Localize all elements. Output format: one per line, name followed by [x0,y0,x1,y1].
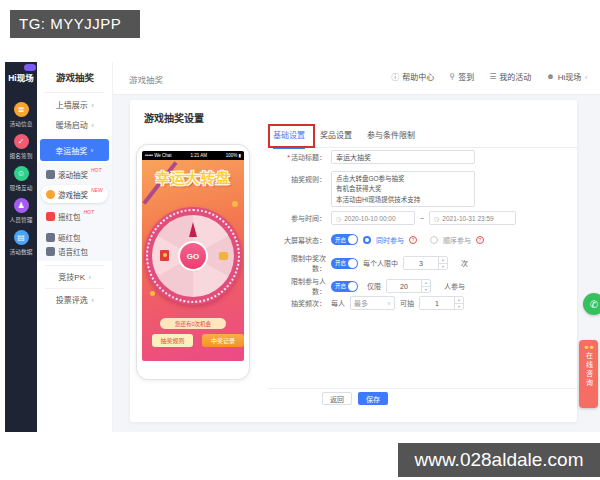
time-separator: ~ [420,215,424,222]
location-pin-icon: ⚲ [449,72,455,81]
draw-rules-textarea[interactable]: 点击大转盘GO参与抽奖 有机会获得大奖 本活动由Hi现场提供技术支持 [331,171,475,207]
stepper-arrows: ▴ ▾ [421,280,430,292]
radio-sequential[interactable] [430,236,438,244]
sidebar-item-voice-redpacket[interactable]: 语音红包 [41,242,108,260]
wheel-pointer [189,222,197,237]
stepper-arrows: ▴ ▾ [454,297,463,309]
phone-preview: ••••• We Chat 1:21 AM 100% ▮ 幸运大转盘 [136,144,250,380]
go-button-ring: GO [178,241,208,271]
help-center-link[interactable]: ⓘ 帮助中心 [391,71,434,82]
people-limit-toggle[interactable]: 开启 [331,281,358,292]
rail-item-activity-info[interactable]: ≣ 活动信息 [5,102,37,128]
sidebar-sublist: 滚动抽奖 HOT 游戏抽奖 NEW 摇红包 HOT 砸红包 [37,163,112,261]
stepper-up-icon[interactable]: ▴ [439,257,447,264]
stepper-up-icon[interactable]: ▴ [422,280,430,287]
phone-screen: ••••• We Chat 1:21 AM 100% ▮ 幸运大转盘 [142,151,244,361]
clock-icon: ◷ [336,215,341,222]
people-limit-prefix: 仅限 [367,281,381,291]
breadcrumb: 游戏抽奖 [129,73,163,85]
app-window: Hi现场 ≣ 活动信息 ✓ 报名签到 ☺ 现场互动 ♟ 人员管理 ▤ 活动数据 [5,62,600,432]
people-management-icon: ♟ [14,198,29,213]
win-limit-prefix: 每个人限中 [363,258,398,268]
sidebar-item-label: 砸红包 [58,232,81,243]
win-limit-stepper: ▴ ▾ [403,256,448,270]
rail-item-label: 人员管理 [6,215,36,224]
sidebar-group-warmup[interactable]: 暖场启动 ∧ [37,119,113,130]
form-row-title: *活动标题： [280,150,475,164]
start-datetime-input[interactable]: ◷ 2020-10-10 00:00 [331,211,415,225]
sidebar-group-wall-display[interactable]: 上墙展示 ∧ [37,99,113,110]
sidebar-item-label: 滚动抽奖 [58,169,88,180]
frequency-input[interactable] [420,297,454,309]
group-label: 上墙展示 [56,99,88,110]
form-row-time: 参与时间： ◷ 2020-10-10 00:00 ~ ◷ 2021-10-31 … [280,211,516,225]
win-records-button[interactable]: 中奖记录 [202,334,244,347]
sidebar-group-lucky-draw-active[interactable]: 幸运抽奖 ∨ [40,139,109,161]
help-question-icon[interactable]: ? [409,236,417,244]
stepper-up-icon[interactable]: ▴ [455,297,463,304]
watermark-bottom: www.028aldale.com [398,443,600,477]
field-label: *活动标题： [280,152,326,162]
sidebar-item-label: 游戏抽奖 [58,189,88,200]
chevron-up-icon: ∧ [88,274,92,280]
stepper-down-icon[interactable]: ▾ [439,264,447,270]
chevron-up-icon: ∧ [91,297,95,303]
chevron-up-icon: ∧ [91,102,95,108]
stepper-down-icon[interactable]: ▾ [455,304,463,310]
frequency-label: 抽奖频次： [280,298,326,308]
account-menu[interactable]: ☻ Hi现场 ∨ [546,71,588,82]
rail-item-signup-checkin[interactable]: ✓ 报名签到 [5,134,37,160]
end-datetime-input[interactable]: ◷ 2021-10-31 23:59 [429,211,516,225]
rail-item-label: 活动数据 [6,247,36,256]
rail-item-label: 活动信息 [6,119,36,128]
people-limit-input[interactable] [387,280,421,292]
rail-item-live-interaction[interactable]: ☺ 现场互动 [5,166,37,192]
topbar: 游戏抽奖 ⓘ 帮助中心 ⚲ 签到 ☰ 我的活动 ☻ Hi现场 ∨ [113,62,600,95]
people-limit-suffix: 人参与 [444,281,465,291]
form-row-win-limit: 限制中奖次数： 开启 每个人限中 ▴ ▾ 次 [280,253,468,273]
sidebar-item-game-draw[interactable]: 游戏抽奖 NEW [41,185,108,203]
help-question-icon[interactable]: ? [476,236,484,244]
frequency-stepper: ▴ ▾ [419,296,464,310]
sidebar-group-pk[interactable]: 竞技PK ∧ [37,271,113,282]
chevron-up-icon: ∧ [91,122,95,128]
radio-simultaneous[interactable] [363,236,371,244]
sidebar-item-shake-redpacket[interactable]: 摇红包 HOT [41,207,108,225]
tab-participation-limits[interactable]: 参与条件限制 [367,129,415,149]
group-label: 暖场启动 [56,119,88,130]
sidebar-group-vote[interactable]: 投票评选 ∧ [37,294,113,305]
tab-prize-settings[interactable]: 奖品设置 [320,129,352,149]
win-limit-suffix: 次 [461,258,468,268]
shake-redpacket-icon [46,212,55,221]
phone-status-bar: ••••• We Chat 1:21 AM 100% ▮ [142,151,244,160]
frequency-select[interactable]: 最多 ∨ [350,296,395,310]
win-limit-input[interactable] [404,257,438,269]
my-activities-link[interactable]: ☰ 我的活动 [489,71,531,82]
stepper-down-icon[interactable]: ▾ [422,287,430,293]
live-interaction-icon: ☺ [14,166,29,181]
draw-rules-button[interactable]: 抽奖规则 [152,334,193,347]
back-button[interactable]: 返回 [322,392,352,405]
settings-card: 游戏抽奖设置 基础设置 奖品设置 参与条件限制 ••••• We Chat 1:… [130,100,577,422]
gold-prize-icon [219,252,228,260]
status-carrier: ••••• We Chat [145,153,172,158]
activity-title-input[interactable] [331,150,475,164]
rail-item-activity-data[interactable]: ▤ 活动数据 [5,230,37,256]
form-row-frequency: 抽奖频次： 每人 最多 ∨ 可抽 ▴ ▾ [280,296,464,310]
go-button[interactable]: GO [180,243,206,269]
status-battery: 100% ▮ [226,153,241,158]
chevron-down-icon: ∨ [90,147,94,153]
online-consult-tab[interactable]: ☻☻ 在线咨询 [579,340,598,408]
checkin-link[interactable]: ⚲ 签到 [449,71,474,82]
stepper-arrows: ▴ ▾ [438,257,447,269]
sidebar-item-rolling-draw[interactable]: 滚动抽奖 HOT [41,165,108,183]
rail-item-people-management[interactable]: ♟ 人员管理 [5,198,37,224]
customer-service-float-button[interactable]: ✆ [583,293,600,315]
save-button[interactable]: 保存 [358,392,388,405]
win-limit-toggle[interactable]: 开启 [331,258,358,269]
screen-status-toggle[interactable]: 开启 [331,234,358,245]
start-datetime-value: 2020-10-10 00:00 [344,215,395,222]
group-label: 竞技PK [58,271,85,282]
clock-icon: ◷ [434,215,439,222]
activity-data-icon: ▤ [14,230,29,245]
